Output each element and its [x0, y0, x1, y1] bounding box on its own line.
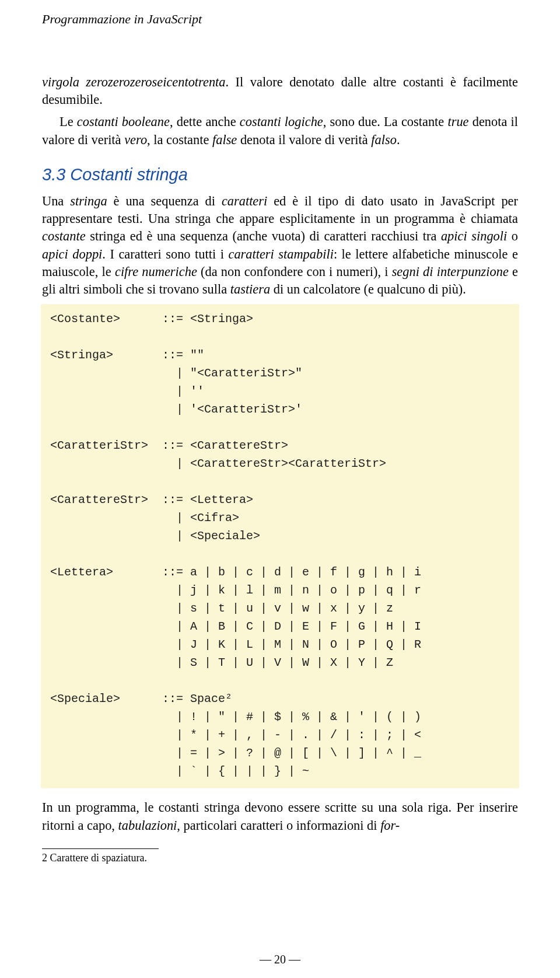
paragraph-3: Una stringa è una sequenza di caratteri … [42, 193, 518, 298]
text: stringa [70, 194, 107, 208]
footnote: 2 Carattere di spaziatura. [42, 851, 518, 865]
text: . [397, 132, 400, 147]
text: falso [371, 132, 397, 147]
text: segni di interpunzione [392, 264, 509, 279]
page-number: — 20 — [0, 953, 560, 966]
text: false [212, 132, 237, 147]
text: caratteri stampabili [228, 247, 333, 261]
text: o [507, 229, 518, 243]
text: costante [42, 229, 86, 243]
text: virgola zerozerozeroseicentotrenta [42, 75, 226, 89]
text: Una [42, 194, 70, 208]
text: . I caratteri sono tutti i [102, 247, 228, 261]
running-head: Programmazione in JavaScript [42, 12, 518, 27]
paragraph-1: virgola zerozerozeroseicentotrenta. Il v… [42, 74, 518, 109]
text: costanti booleane [77, 114, 170, 129]
text: caratteri [222, 194, 267, 208]
text: apici singoli [441, 229, 507, 243]
text: vero [124, 132, 147, 147]
text: Le [60, 114, 77, 129]
paragraph-4: In un programma, le costanti stringa dev… [42, 799, 518, 834]
text: true [447, 114, 468, 129]
text: stringa ed è una sequenza (anche vuota) … [86, 229, 441, 243]
text: , sono due. La costante [323, 114, 448, 129]
text: tastiera [230, 282, 270, 296]
text: di un calcolatore (e qualcuno di più). [270, 282, 466, 296]
text: , la costante [147, 132, 212, 147]
text: è una sequenza di [107, 194, 222, 208]
grammar-block: <Costante> ::= <Stringa> <Stringa> ::= "… [41, 304, 519, 788]
text: cifre numeriche [115, 264, 197, 279]
text: apici doppi [42, 247, 102, 261]
paragraph-2: Le costanti booleane, dette anche costan… [42, 113, 518, 148]
footnote-rule [42, 848, 159, 849]
text: costanti logiche [240, 114, 323, 129]
text: for- [380, 818, 400, 833]
section-heading: 3.3 Costanti stringa [42, 165, 518, 184]
text: , particolari caratteri o informazioni d… [177, 818, 380, 833]
text: denota il valore di verità [237, 132, 371, 147]
text: (da non confon­dere con i numeri), i [197, 264, 392, 279]
text: tabulazioni [118, 818, 177, 833]
text: , dette anche [170, 114, 240, 129]
